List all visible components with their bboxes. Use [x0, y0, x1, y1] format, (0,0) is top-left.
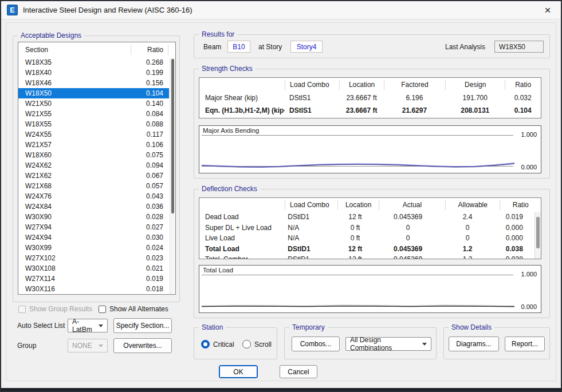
- header-name: [199, 80, 285, 90]
- section-name: W24X94: [18, 233, 128, 241]
- list-item[interactable]: W24X84 0.036: [18, 201, 169, 212]
- load-combo: DStlS1: [285, 94, 339, 102]
- report-button[interactable]: Report...: [505, 336, 545, 351]
- list-item[interactable]: W18X60 0.075: [18, 150, 169, 160]
- gridline-top-label: 1.000: [521, 131, 537, 138]
- section-ratio: 0.021: [128, 264, 169, 272]
- deflection-checks-label: Deflection Checks: [199, 185, 260, 193]
- check-name: Major Shear (kip): [199, 94, 285, 102]
- critical-radio[interactable]: Critical: [201, 340, 234, 349]
- list-item[interactable]: W21X55 0.084: [18, 109, 169, 119]
- list-item[interactable]: W18X55 0.088: [18, 119, 169, 129]
- app-icon: E: [7, 5, 18, 15]
- list-item[interactable]: W21X62 0.067: [18, 171, 169, 181]
- list-item[interactable]: W30X116 0.018: [18, 284, 169, 294]
- list-item[interactable]: W27X102 0.023: [18, 253, 169, 263]
- section-name: W18X46: [18, 79, 128, 87]
- section-column-header[interactable]: Section: [18, 46, 131, 54]
- list-item[interactable]: W18X46 0.156: [18, 78, 169, 88]
- beam-value: B10: [227, 41, 250, 53]
- list-item[interactable]: W30X108 0.021: [18, 263, 169, 274]
- cancel-button[interactable]: Cancel: [280, 365, 317, 378]
- header-location: Location: [337, 200, 379, 210]
- list-scrollbar-thumb[interactable]: [171, 59, 174, 213]
- section-list: Section Ratio W18X35 0.268 W18X40 0.199 …: [18, 42, 176, 295]
- section-ratio: 0.028: [128, 213, 169, 221]
- list-item[interactable]: W27X114 0.019: [18, 274, 169, 284]
- ratio: 0.038: [494, 245, 535, 253]
- list-item[interactable]: W27X94 0.027: [18, 222, 169, 232]
- ok-button[interactable]: OK: [219, 365, 258, 378]
- strength-checks-label: Strength Checks: [199, 65, 256, 73]
- auto-select-list-dropdown[interactable]: A-LatBm: [68, 319, 108, 332]
- results-for-group: Results for Beam B10 at Story Story4 Las…: [194, 34, 550, 58]
- checkbox-icon: [99, 306, 106, 313]
- table-row: Live Load N/A 0 ft 0 0 0.000: [199, 233, 535, 244]
- list-item[interactable]: W24X55 0.117: [18, 129, 169, 140]
- table-row: Major Shear (kip) DStlS1 23.6667 ft 6.19…: [199, 92, 541, 104]
- bending-ratio-curve: [202, 135, 514, 167]
- list-item[interactable]: W18X35 0.268: [18, 57, 169, 68]
- section-ratio: 0.043: [128, 192, 169, 200]
- section-name: W18X50: [18, 89, 128, 97]
- header-actual: Actual: [379, 200, 445, 210]
- deflection-scrollbar-thumb[interactable]: [536, 217, 540, 248]
- scroll-radio[interactable]: Scroll: [242, 340, 272, 349]
- acceptable-designs-label: Acceptable Designs: [18, 31, 84, 39]
- section-name: W18X40: [18, 69, 128, 77]
- list-item[interactable]: W24X94 0.030: [18, 232, 169, 243]
- combos-button[interactable]: Combos...: [292, 336, 340, 351]
- load-combo: N/A: [283, 234, 335, 242]
- check-name: Dead Load: [199, 213, 283, 221]
- factored: 21.6297: [384, 106, 445, 114]
- list-item[interactable]: W24X62 0.094: [18, 160, 169, 171]
- show-all-alternates-label: Show All Alternates: [109, 305, 168, 313]
- chevron-down-icon: [99, 324, 103, 327]
- ratio-column-header[interactable]: Ratio: [131, 45, 168, 55]
- group-dropdown: NONE: [68, 339, 108, 353]
- section-ratio: 0.027: [128, 223, 169, 231]
- diagrams-button[interactable]: Diagrams...: [449, 336, 499, 351]
- last-analysis-label: Last Analysis: [445, 43, 485, 51]
- actual: 0: [375, 234, 441, 242]
- ratio: 0.038: [494, 255, 535, 259]
- temporary-label: Temporary: [289, 323, 328, 331]
- list-item[interactable]: W18X40 0.199: [18, 68, 169, 78]
- window-title: Interactive Steel Design and Review (AIS…: [23, 6, 192, 14]
- load-combo: DStlS1: [285, 106, 339, 114]
- show-group-results-label: Show Group Results: [29, 305, 92, 313]
- list-item[interactable]: W30X99 0.024: [18, 243, 169, 253]
- section-ratio: 0.019: [128, 275, 169, 283]
- section-ratio: 0.036: [128, 203, 169, 211]
- list-item[interactable]: W30X90 0.028: [18, 212, 169, 222]
- allowable: 1.2: [441, 255, 494, 259]
- list-item[interactable]: W18X50 0.104: [18, 88, 169, 98]
- header-load-combo: Load Combo: [285, 200, 337, 210]
- list-item[interactable]: W24X76 0.043: [18, 191, 169, 201]
- list-item[interactable]: W21X50 0.140: [18, 98, 169, 109]
- ratio: 0.000: [494, 224, 535, 232]
- check-name: Super DL + Live Load: [199, 224, 283, 232]
- design-combinations-dropdown[interactable]: All Design Combinations: [345, 337, 431, 351]
- specify-section-button[interactable]: Specify Section...: [113, 318, 172, 333]
- list-item[interactable]: W21X68 0.057: [18, 181, 169, 191]
- ratio: 0.032: [505, 94, 541, 102]
- show-details-group: Show Details Diagrams... Report...: [443, 327, 550, 359]
- table-row: Eqn. (H1.3b,H1-2,M) (kip-ft) DStlS1 23.6…: [199, 104, 541, 117]
- chevron-down-icon: [99, 345, 103, 347]
- header-name: [199, 200, 285, 210]
- check-name: Total Load: [199, 245, 283, 253]
- section-ratio: 0.156: [128, 79, 169, 87]
- gridline-top-label: 1.000: [521, 271, 537, 278]
- list-item[interactable]: W21X57 0.106: [18, 140, 169, 150]
- deflection-table-scrollbar[interactable]: [535, 212, 541, 259]
- show-all-alternates-checkbox[interactable]: Show All Alternates: [99, 305, 168, 313]
- ratio: 0.000: [494, 234, 535, 242]
- overwrites-button[interactable]: Overwrites...: [113, 338, 172, 353]
- location: 23.6667 ft: [339, 106, 383, 114]
- header-ratio: Ratio: [505, 80, 541, 90]
- header-load-combo: Load Combo: [285, 80, 339, 90]
- story-value: Story4: [290, 41, 323, 53]
- close-icon[interactable]: ×: [535, 1, 561, 19]
- list-scrollbar[interactable]: [170, 58, 175, 294]
